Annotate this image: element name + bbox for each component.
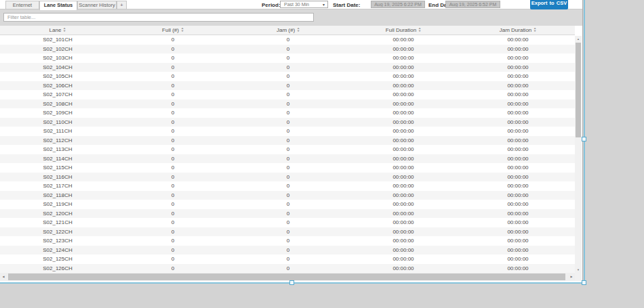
table-row: S02_103CH0000:00:0000:00:00 [0, 53, 575, 63]
cell-jam: 0 [230, 181, 346, 191]
cell-full: 0 [115, 173, 230, 182]
selection-handle-bottom-center[interactable] [289, 280, 294, 285]
column-header-jam[interactable]: Jam (#)▲▼ [230, 26, 346, 35]
column-header-full[interactable]: Full (#)▲▼ [115, 26, 230, 35]
cell-full-duration: 00:00:00 [346, 108, 461, 118]
cell-jam: 0 [230, 191, 346, 200]
cell-full-duration: 00:00:00 [346, 163, 461, 173]
cell-full: 0 [115, 209, 230, 219]
cell-lane: S02_118CH [0, 191, 115, 200]
cell-jam-duration: 00:00:00 [461, 154, 575, 164]
end-date-field[interactable] [445, 1, 500, 8]
cell-lane: S02_108CH [0, 100, 115, 109]
column-header-label: Full (#) [162, 27, 179, 33]
column-header-full-duration[interactable]: Full Duration▲▼ [346, 26, 461, 35]
cell-jam: 0 [230, 145, 346, 154]
cell-full-duration: 00:00:00 [346, 209, 461, 219]
cell-jam-duration: 00:00:00 [461, 108, 575, 118]
cell-jam: 0 [230, 200, 346, 209]
selection-handle-right-center[interactable] [582, 137, 586, 141]
cell-full: 0 [115, 108, 230, 118]
cell-jam: 0 [230, 53, 346, 63]
cell-full: 0 [115, 45, 230, 54]
cell-full-duration: 00:00:00 [346, 191, 461, 200]
vertical-scrollbar[interactable]: ▲ ▼ [575, 36, 582, 273]
table-row: S02_109CH0000:00:0000:00:00 [0, 108, 575, 118]
cell-jam: 0 [230, 35, 346, 45]
cell-jam: 0 [230, 163, 346, 173]
cell-jam-duration: 00:00:00 [461, 118, 575, 127]
column-header-label: Jam Duration [500, 27, 532, 33]
table-row: S02_112CH0000:00:0000:00:00 [0, 136, 575, 146]
export-csv-button[interactable]: Export to CSV [530, 0, 568, 9]
horizontal-scrollbar-thumb[interactable] [8, 273, 565, 280]
cell-lane: S02_126CH [0, 264, 115, 273]
table-row: S02_106CH0000:00:0000:00:00 [0, 81, 575, 91]
cell-full-duration: 00:00:00 [346, 200, 461, 209]
cell-jam: 0 [230, 81, 346, 91]
tab-enternet[interactable]: Enternet [5, 1, 39, 9]
cell-full-duration: 00:00:00 [346, 53, 461, 63]
cell-jam: 0 [230, 118, 346, 127]
cell-full: 0 [115, 118, 230, 127]
cell-jam-duration: 00:00:00 [461, 163, 575, 173]
cell-full-duration: 00:00:00 [346, 45, 461, 54]
editor-canvas: Enternet Lane Status Scanner History + P… [0, 0, 644, 308]
cell-full-duration: 00:00:00 [346, 118, 461, 127]
cell-jam-duration: 00:00:00 [461, 191, 575, 200]
cell-jam: 0 [230, 236, 346, 246]
cell-lane: S02_112CH [0, 136, 115, 146]
column-header-jam-duration[interactable]: Jam Duration▲▼ [461, 26, 575, 35]
cell-lane: S02_111CH [0, 127, 115, 136]
cell-full-duration: 00:00:00 [346, 181, 461, 191]
cell-full: 0 [115, 218, 230, 227]
table-row: S02_123CH0000:00:0000:00:00 [0, 236, 575, 246]
cell-lane: S02_103CH [0, 53, 115, 63]
cell-full-duration: 00:00:00 [346, 154, 461, 164]
cell-jam-duration: 00:00:00 [461, 236, 575, 246]
cell-lane: S02_123CH [0, 236, 115, 246]
cell-jam-duration: 00:00:00 [461, 173, 575, 182]
cell-full: 0 [115, 236, 230, 246]
tab-scanner-history[interactable]: Scanner History [77, 1, 117, 9]
column-header-label: Jam (#) [277, 27, 295, 33]
cell-full: 0 [115, 72, 230, 81]
cell-jam: 0 [230, 154, 346, 164]
column-header-label: Full Duration [386, 27, 416, 33]
table-row: S02_110CH0000:00:0000:00:00 [0, 118, 575, 127]
cell-full: 0 [115, 181, 230, 191]
scroll-left-icon[interactable]: ◀ [0, 273, 7, 281]
cell-full-duration: 00:00:00 [346, 173, 461, 182]
scroll-right-icon[interactable]: ▶ [568, 273, 575, 281]
scroll-up-icon[interactable]: ▲ [575, 36, 582, 42]
start-date-field[interactable] [371, 1, 425, 8]
cell-jam-duration: 00:00:00 [461, 227, 575, 237]
cell-jam-duration: 00:00:00 [461, 127, 575, 136]
cell-lane: S02_101CH [0, 35, 115, 45]
tab-add[interactable]: + [117, 1, 127, 9]
start-date-label: Start Date: [333, 2, 360, 8]
table-row: S02_118CH0000:00:0000:00:00 [0, 191, 575, 200]
cell-lane: S02_124CH [0, 246, 115, 255]
cell-lane: S02_115CH [0, 163, 115, 173]
cell-jam: 0 [230, 173, 346, 182]
filter-input[interactable] [3, 13, 314, 22]
column-header-lane[interactable]: Lane▲▼ [0, 26, 115, 35]
cell-full: 0 [115, 35, 230, 45]
cell-full: 0 [115, 136, 230, 146]
table-row: S02_101CH0000:00:0000:00:00 [0, 35, 575, 45]
table-row: S02_117CH0000:00:0000:00:00 [0, 181, 575, 191]
selection-handle-bottom-right[interactable] [582, 280, 586, 285]
cell-full-duration: 00:00:00 [346, 63, 461, 72]
tab-lane-status[interactable]: Lane Status [39, 1, 77, 10]
cell-jam: 0 [230, 90, 346, 100]
vertical-scrollbar-thumb[interactable] [576, 43, 581, 137]
table-row: S02_111CH0000:00:0000:00:00 [0, 127, 575, 136]
table-row: S02_116CH0000:00:0000:00:00 [0, 173, 575, 182]
horizontal-scrollbar[interactable]: ◀ ▶ [0, 273, 575, 281]
scroll-down-icon[interactable]: ▼ [575, 267, 582, 273]
cell-lane: S02_120CH [0, 209, 115, 219]
period-select[interactable]: Past 30 Min ▾ [280, 1, 328, 8]
cell-full: 0 [115, 227, 230, 237]
cell-jam-duration: 00:00:00 [461, 181, 575, 191]
